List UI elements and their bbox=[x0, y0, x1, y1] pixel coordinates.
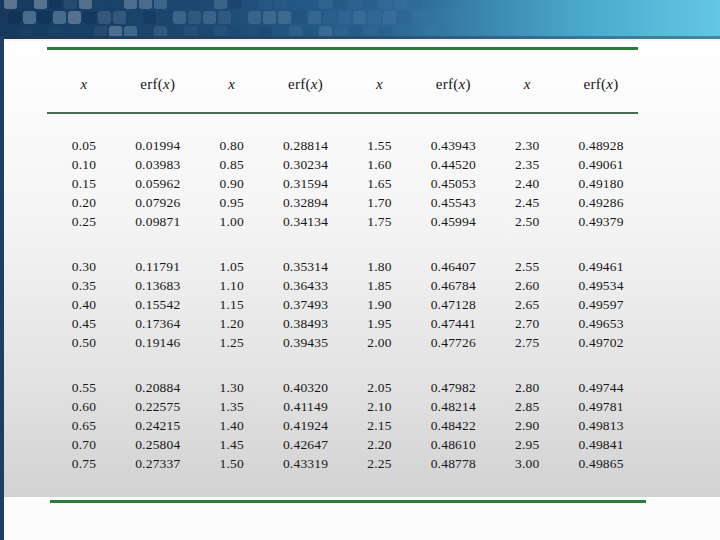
mosaic-tile bbox=[173, 11, 186, 24]
table-cell: 0.90 bbox=[195, 174, 269, 193]
mosaic-tile bbox=[409, 26, 422, 36]
table-cell: 0.70 bbox=[47, 435, 121, 454]
table-cell: 0.47982 bbox=[416, 378, 490, 397]
table-cell: 2.35 bbox=[490, 155, 564, 174]
table-cell: 0.49841 bbox=[564, 435, 638, 454]
mosaic-tile bbox=[68, 11, 81, 24]
table-row: 0.450.173641.200.384931.950.474412.700.4… bbox=[47, 314, 638, 333]
table-cell: 0.44520 bbox=[416, 155, 490, 174]
table-cell: 0.65 bbox=[47, 416, 121, 435]
table-row: 0.550.208841.300.403202.050.479822.800.4… bbox=[47, 378, 638, 397]
mosaic-tile bbox=[244, 26, 257, 36]
mosaic-tile bbox=[349, 0, 362, 9]
table-row: 0.500.191461.250.394352.000.477262.750.4… bbox=[47, 333, 638, 352]
table-bottom-rule bbox=[50, 500, 646, 503]
table-cell: 0.32894 bbox=[269, 193, 343, 212]
mosaic-tile bbox=[293, 11, 306, 24]
table-cell: 0.49461 bbox=[564, 257, 638, 276]
table-cell: 2.50 bbox=[490, 212, 564, 231]
mosaic-tile bbox=[398, 11, 411, 24]
mosaic-tile bbox=[334, 0, 347, 9]
mosaic-tile bbox=[319, 26, 332, 36]
table-cell: 0.01994 bbox=[121, 136, 195, 155]
table-cell: 0.11791 bbox=[121, 257, 195, 276]
table-cell: 0.43319 bbox=[269, 454, 343, 473]
table-row: 0.050.019940.800.288141.550.439432.300.4… bbox=[47, 136, 638, 155]
mosaic-tile bbox=[113, 11, 126, 24]
table-cell: 0.07926 bbox=[121, 193, 195, 212]
erf-table-body: 0.050.019940.800.288141.550.439432.300.4… bbox=[47, 136, 638, 473]
mosaic-tile bbox=[64, 0, 77, 9]
table-cell: 0.30 bbox=[47, 257, 121, 276]
mosaic-tile bbox=[109, 26, 122, 36]
table-cell: 2.25 bbox=[343, 454, 417, 473]
slide: xerf(x)xerf(x)xerf(x)xerf(x) 0.050.01994… bbox=[0, 0, 720, 540]
mosaic-tile bbox=[458, 11, 471, 24]
mosaic-tile bbox=[308, 11, 321, 24]
mosaic-tile bbox=[49, 0, 62, 9]
mosaic-tile bbox=[334, 26, 347, 36]
mosaic-tile bbox=[203, 11, 216, 24]
mosaic-tile bbox=[259, 26, 272, 36]
table-cell: 2.70 bbox=[490, 314, 564, 333]
table-cell: 0.43943 bbox=[416, 136, 490, 155]
table-header-rule bbox=[47, 112, 638, 114]
table-row: 0.750.273371.500.433192.250.487783.000.4… bbox=[47, 454, 638, 473]
table-cell: 0.41924 bbox=[269, 416, 343, 435]
table-cell: 0.40 bbox=[47, 295, 121, 314]
header-x: x bbox=[47, 76, 121, 93]
table-cell: 1.55 bbox=[343, 136, 417, 155]
table-cell: 0.25804 bbox=[121, 435, 195, 454]
table-cell: 0.80 bbox=[195, 136, 269, 155]
header-x: x bbox=[343, 76, 417, 93]
table-cell: 0.45053 bbox=[416, 174, 490, 193]
table-cell: 1.25 bbox=[195, 333, 269, 352]
table-cell: 0.55 bbox=[47, 378, 121, 397]
mosaic-tile bbox=[323, 11, 336, 24]
table-cell: 0.45 bbox=[47, 314, 121, 333]
table-cell: 1.90 bbox=[343, 295, 417, 314]
mosaic-tile bbox=[124, 0, 137, 9]
table-cell: 1.95 bbox=[343, 314, 417, 333]
table-cell: 0.48422 bbox=[416, 416, 490, 435]
table-cell: 2.40 bbox=[490, 174, 564, 193]
table-cell: 0.05 bbox=[47, 136, 121, 155]
table-cell: 0.47441 bbox=[416, 314, 490, 333]
header-x: x bbox=[195, 76, 269, 93]
table-cell: 1.10 bbox=[195, 276, 269, 295]
table-group: 0.050.019940.800.288141.550.439432.300.4… bbox=[47, 136, 638, 231]
mosaic-tile bbox=[154, 0, 167, 9]
table-cell: 1.70 bbox=[343, 193, 417, 212]
table-cell: 1.60 bbox=[343, 155, 417, 174]
table-cell: 1.20 bbox=[195, 314, 269, 333]
mosaic-tile bbox=[379, 26, 392, 36]
table-cell: 0.05962 bbox=[121, 174, 195, 193]
table-cell: 0.48610 bbox=[416, 435, 490, 454]
table-cell: 0.49061 bbox=[564, 155, 638, 174]
mosaic-tile bbox=[383, 11, 396, 24]
mosaic-tile bbox=[289, 26, 302, 36]
table-cell: 0.42647 bbox=[269, 435, 343, 454]
table-cell: 0.49180 bbox=[564, 174, 638, 193]
banner-mosaic bbox=[4, 0, 534, 36]
table-cell: 0.19146 bbox=[121, 333, 195, 352]
table-row: 0.650.242151.400.419242.150.484222.900.4… bbox=[47, 416, 638, 435]
table-cell: 2.30 bbox=[490, 136, 564, 155]
mosaic-tile bbox=[79, 0, 92, 9]
table-cell: 0.22575 bbox=[121, 397, 195, 416]
table-cell: 1.00 bbox=[195, 212, 269, 231]
table-cell: 0.49379 bbox=[564, 212, 638, 231]
table-cell: 0.15542 bbox=[121, 295, 195, 314]
table-cell: 0.45543 bbox=[416, 193, 490, 212]
table-cell: 1.05 bbox=[195, 257, 269, 276]
table-cell: 0.27337 bbox=[121, 454, 195, 473]
mosaic-tile bbox=[139, 0, 152, 9]
table-cell: 0.38493 bbox=[269, 314, 343, 333]
table-row: 0.150.059620.900.315941.650.450532.400.4… bbox=[47, 174, 638, 193]
banner bbox=[0, 0, 720, 39]
mosaic-tile bbox=[229, 26, 242, 36]
table-cell: 0.24215 bbox=[121, 416, 195, 435]
mosaic-tile bbox=[364, 0, 377, 9]
table-cell: 1.40 bbox=[195, 416, 269, 435]
table-cell: 0.41149 bbox=[269, 397, 343, 416]
